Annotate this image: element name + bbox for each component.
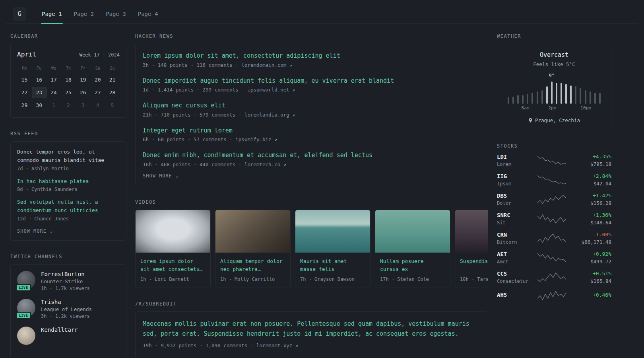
- stock-values: +0.92% $499.72: [569, 251, 611, 265]
- hn-item-domain[interactable]: ipsumworld.net: [247, 87, 289, 93]
- app-logo-letter: G: [17, 10, 21, 18]
- stock-row[interactable]: CCS Consectetur +0.51% $165.84: [497, 270, 611, 284]
- tab-page-1[interactable]: Page 1: [36, 4, 68, 23]
- stock-row[interactable]: AHS +0.46%: [497, 290, 611, 301]
- tab-page-2[interactable]: Page 2: [68, 4, 100, 23]
- live-badge: LIVE: [16, 312, 31, 319]
- weather-bar: [512, 97, 514, 104]
- calendar-week: Week 17: [80, 52, 100, 58]
- video-title: Suspendisse diam: [460, 257, 488, 273]
- stock-row[interactable]: SNRC Sit +1.36% $148.64: [497, 212, 611, 226]
- subreddit-post-domain[interactable]: loremnet.xyz: [256, 342, 292, 348]
- channel-name[interactable]: ForrestBurton: [41, 271, 90, 277]
- twitch-channel-row[interactable]: LIVE Trisha League of Legends 3h · 1.2k …: [17, 299, 120, 319]
- video-card[interactable]: Suspendisse diam 18h · Tara: [455, 210, 488, 288]
- calendar-day-next-month: 5: [105, 99, 120, 111]
- weather-bar: [531, 93, 533, 104]
- hn-item-meta: 16h · 468 points · 440 comments · loremt…: [143, 161, 481, 167]
- stock-symbol: LDI: [497, 154, 534, 160]
- calendar-day: 25: [61, 87, 76, 98]
- channel-name[interactable]: KendallCarr: [41, 327, 78, 333]
- hackernews-section-title: HACKER NEWS: [135, 33, 488, 39]
- video-card-body: Suspendisse diam 18h · Tara: [455, 253, 488, 288]
- weather-bar: [590, 91, 591, 104]
- stock-row[interactable]: LDI Lorem +4.35% $795.18: [497, 154, 611, 167]
- twitch-widget: TWITCH CHANNELS LIVE ForrestBurton Count…: [10, 254, 126, 358]
- hn-item-meta: 21h · 710 points · 579 comments · loreml…: [143, 112, 481, 118]
- middle-column: HACKER NEWS Lorem ipsum dolor sit amet, …: [135, 33, 488, 358]
- hn-item-title[interactable]: Aliquam nec cursus elit: [143, 101, 481, 110]
- hn-item-title[interactable]: Lorem ipsum dolor sit amet, consectetur …: [143, 51, 481, 60]
- rss-item-meta: 12d · Chance Jones: [17, 216, 120, 222]
- stock-values: +1.36% $148.64: [569, 212, 611, 226]
- video-card[interactable]: Nullam posuere cursus ex 17h · Stefan Co…: [375, 210, 450, 288]
- stock-row[interactable]: CRN Bitcorn -1.00% $66,171.48: [497, 232, 611, 245]
- twitch-channel-row[interactable]: KendallCarr: [17, 327, 120, 345]
- stock-row[interactable]: AET Amet +0.92% $499.72: [497, 251, 611, 265]
- calendar-day: 24: [47, 87, 61, 98]
- hn-item-domain[interactable]: loremdomain.com: [241, 62, 286, 68]
- rss-item-title[interactable]: Sed volutpat nulla nisl, a condimentum n…: [17, 198, 120, 215]
- weather-section-title: WEATHER: [497, 33, 611, 39]
- hn-item-domain[interactable]: loremlandia.org: [244, 112, 289, 118]
- hn-item-stats: 3h · 148 points · 116 comments: [143, 62, 233, 68]
- stock-price: $42.04: [569, 181, 611, 187]
- weather-bar: 9°: [551, 82, 553, 104]
- stock-identity: AHS: [497, 292, 534, 300]
- video-card[interactable]: Aliquam tempor dolor nec pharetra… 1h · …: [215, 210, 291, 288]
- stock-sparkline: [537, 290, 566, 301]
- calendar-widget: CALENDAR April Week 17 · 2024 Mo Tu We T…: [10, 33, 126, 118]
- calendar-day-next-month: 1: [47, 99, 61, 111]
- twitch-channel-info: Trisha League of Legends 3h · 1.2k viewe…: [41, 299, 92, 319]
- hn-item: Aliquam nec cursus elit 21h · 710 points…: [143, 101, 481, 118]
- show-more-label: SHOW MORE: [17, 228, 47, 234]
- rss-show-more-button[interactable]: SHOW MORE ⌄: [17, 228, 53, 234]
- weather-bar: [527, 94, 528, 104]
- stock-change: -1.00%: [569, 232, 611, 237]
- calendar-day-next-month: 2: [61, 99, 76, 111]
- weather-bar: [556, 83, 557, 104]
- tab-page-3[interactable]: Page 3: [100, 4, 132, 23]
- calendar-dow: Th: [61, 64, 76, 73]
- video-thumbnail: [295, 210, 370, 253]
- channel-name[interactable]: Trisha: [41, 299, 92, 305]
- stock-symbol: CRN: [497, 232, 534, 238]
- hn-item-title[interactable]: Donec enim nibh, condimentum et accumsan…: [143, 151, 481, 160]
- hn-item-title[interactable]: Integer eget rutrum lorem: [143, 126, 481, 135]
- chevron-down-icon: ⌄: [175, 173, 178, 179]
- rss-section-title: RSS FEED: [10, 131, 126, 136]
- twitch-channel-row[interactable]: LIVE ForrestBurton Counter-Strike 1h · 1…: [17, 271, 120, 291]
- twitch-avatar-wrap: LIVE: [17, 299, 35, 317]
- hn-item-domain[interactable]: loremtech.co: [244, 161, 280, 167]
- weather-bar: [575, 86, 576, 104]
- stock-sparkline: [537, 233, 566, 244]
- video-meta: 18h · Tara: [460, 276, 488, 282]
- stock-price: $165.84: [569, 278, 611, 284]
- stock-change: +0.92%: [569, 251, 611, 257]
- stock-row[interactable]: IIG Ipsum +2.84% $42.04: [497, 173, 611, 187]
- channel-avatar[interactable]: [17, 327, 35, 345]
- calendar-day-next-month: 3: [76, 99, 90, 111]
- hackernews-widget: HACKER NEWS Lorem ipsum dolor sit amet, …: [135, 33, 488, 186]
- stock-sparkline: [537, 252, 566, 263]
- stock-identity: SNRC Sit: [497, 212, 534, 226]
- subreddit-box: Maecenas mollis pulvinar erat non posuer…: [135, 311, 488, 358]
- rss-item-title[interactable]: In hac habitasse platea: [17, 177, 120, 186]
- dot-separator: ·: [239, 161, 242, 167]
- hn-item-title[interactable]: Donec imperdiet augue tincidunt felis al…: [143, 76, 481, 86]
- app-logo[interactable]: G: [13, 7, 26, 21]
- hn-item-domain[interactable]: ipsumify.biz: [235, 136, 271, 142]
- stock-identity: DBS Dolor: [497, 193, 534, 206]
- stock-sparkline: [537, 174, 566, 185]
- subreddit-post-title[interactable]: Maecenas mollis pulvinar erat non posuer…: [143, 319, 481, 339]
- rss-item-title[interactable]: Donec tempor eros leo, ut commodo mauris…: [17, 148, 120, 165]
- video-card[interactable]: Mauris sit amet massa felis 7h · Grayson…: [295, 210, 370, 288]
- external-link-icon: ↗: [289, 62, 292, 68]
- stock-change: +1.42%: [569, 193, 611, 198]
- hn-show-more-button[interactable]: SHOW MORE ⌄: [143, 173, 179, 179]
- video-title: Aliquam tempor dolor nec pharetra…: [220, 257, 285, 273]
- video-card[interactable]: Lorem ipsum dolor sit amet consectetu… 1…: [135, 210, 211, 288]
- tab-page-4[interactable]: Page 4: [132, 4, 164, 23]
- stock-row[interactable]: DBS Dolor +1.42% $156.28: [497, 193, 611, 206]
- video-thumbnail: [215, 210, 290, 253]
